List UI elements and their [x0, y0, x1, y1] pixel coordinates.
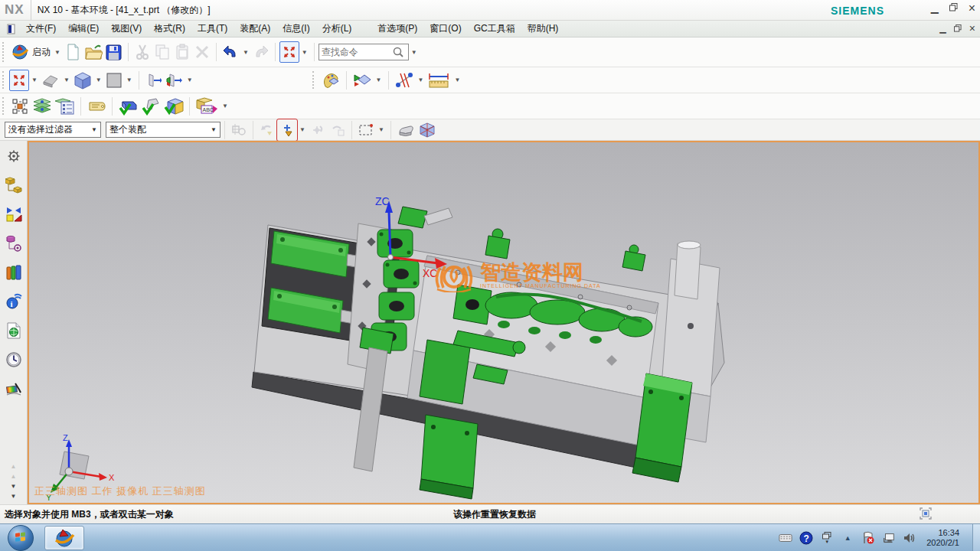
view-orientation-icon[interactable]	[40, 70, 61, 91]
search-input[interactable]	[322, 47, 392, 57]
show-hidden-icons[interactable]: ▲	[841, 531, 854, 545]
keyboard-tray-icon[interactable]	[779, 531, 792, 545]
toolbar-grip[interactable]	[2, 97, 6, 115]
roles-gear-icon[interactable]	[5, 147, 23, 165]
part-navigator-icon[interactable]	[5, 234, 23, 253]
drag-point-icon[interactable]	[328, 119, 348, 141]
paste-icon[interactable]	[172, 41, 192, 63]
scroll-down-icon[interactable]: ▼	[11, 483, 17, 490]
background-icon[interactable]	[104, 70, 124, 91]
menu-information[interactable]: 信息(I)	[276, 21, 315, 37]
fit-dropdown-arrow[interactable]: ▼	[302, 49, 308, 56]
marquee-select-icon[interactable]	[356, 119, 376, 141]
child-minimize-button[interactable]: ▁	[939, 24, 946, 34]
measure-dropdown[interactable]: ▼	[454, 77, 460, 83]
start-button[interactable]	[8, 525, 34, 551]
menu-gc-toolbox[interactable]: GC工具箱	[468, 21, 521, 37]
snap-point-active-icon[interactable]	[277, 119, 297, 141]
minimize-button[interactable]: ▁	[931, 3, 939, 13]
undo-dropdown-arrow[interactable]: ▼	[243, 49, 249, 56]
annotation-tag-icon[interactable]	[85, 96, 108, 117]
animation-dropdown[interactable]: ▼	[376, 77, 382, 83]
open-folder-icon[interactable]	[83, 41, 104, 63]
graphics-viewport[interactable]: ZC XC Z X Y	[28, 141, 980, 504]
layer-stack-icon[interactable]	[31, 96, 54, 117]
search-dropdown-arrow[interactable]: ▼	[411, 49, 417, 56]
fit-view-dropdown[interactable]: ▼	[31, 77, 38, 83]
new-file-icon[interactable]	[63, 41, 83, 63]
toolbar-grip[interactable]	[312, 71, 316, 89]
redo-icon[interactable]	[251, 41, 271, 63]
web-browser-icon[interactable]	[5, 321, 23, 340]
menu-assemblies[interactable]: 装配(A)	[234, 21, 276, 37]
child-close-button[interactable]: ×	[969, 24, 975, 34]
edit-section-icon[interactable]	[163, 70, 185, 91]
constraint-dim-icon[interactable]	[393, 70, 416, 91]
assembly-navigator-icon[interactable]	[5, 176, 23, 194]
rotate-point-icon[interactable]	[308, 119, 328, 141]
window-tray-icon[interactable]: ▼	[820, 531, 834, 545]
layer-settings-icon[interactable]	[54, 96, 77, 117]
menu-window[interactable]: 窗口(O)	[423, 21, 467, 37]
action-center-flag-icon[interactable]	[861, 531, 875, 545]
touch-palette-icon[interactable]	[5, 380, 23, 398]
marquee-dropdown[interactable]: ▼	[378, 126, 384, 133]
toolbar-grip[interactable]	[2, 42, 6, 63]
fit-view-icon[interactable]	[9, 70, 29, 91]
role-palette-icon[interactable]	[319, 70, 342, 91]
view-orientation-dropdown[interactable]: ▼	[64, 77, 70, 83]
snap-dropdown[interactable]: ▼	[299, 126, 305, 133]
check-block-icon[interactable]	[116, 96, 139, 117]
child-restore-button[interactable]	[954, 24, 962, 34]
measure-ruler-icon[interactable]	[426, 70, 452, 91]
start-menu-label[interactable]: 启动	[32, 46, 51, 59]
constraint-navigator-icon[interactable]	[5, 205, 23, 223]
menu-help[interactable]: 帮助(H)	[521, 21, 565, 37]
shaded-cube-icon[interactable]	[72, 70, 93, 91]
assembly-select-icon[interactable]	[229, 119, 249, 141]
section-dropdown[interactable]: ▼	[187, 77, 193, 83]
search-icon[interactable]	[392, 46, 404, 58]
shaded-cube-dropdown[interactable]: ▼	[96, 77, 102, 83]
animation-icon[interactable]	[351, 70, 374, 91]
history-icon[interactable]	[5, 350, 23, 369]
menu-format[interactable]: 格式(R)	[148, 21, 191, 37]
reuse-library-icon[interactable]	[5, 263, 23, 282]
start-dropdown-arrow[interactable]: ▼	[54, 49, 60, 56]
background-dropdown[interactable]: ▼	[126, 77, 132, 83]
system-clock[interactable]: 16:34 2020/2/1	[926, 528, 959, 548]
eraser-icon[interactable]	[395, 119, 416, 141]
cut-icon[interactable]	[132, 41, 152, 63]
cube-select-icon[interactable]	[416, 119, 438, 141]
snap-prev-icon[interactable]	[257, 119, 277, 141]
network-tray-icon[interactable]	[882, 531, 896, 545]
move-object-icon[interactable]	[9, 96, 31, 117]
check-cube-icon[interactable]	[162, 96, 185, 117]
close-button[interactable]: ×	[969, 3, 975, 13]
volume-tray-icon[interactable]	[903, 531, 916, 545]
abc-dropdown[interactable]: ▼	[222, 103, 228, 109]
toolbar-grip[interactable]	[2, 71, 6, 89]
constraint-dropdown[interactable]: ▼	[418, 77, 424, 83]
save-icon[interactable]	[104, 41, 124, 63]
check-tool-icon[interactable]	[139, 96, 162, 117]
menu-tools[interactable]: 工具(T)	[191, 21, 234, 37]
clip-plane-icon[interactable]	[143, 70, 163, 91]
selection-filter-combo[interactable]: 没有选择过滤器 ▼	[5, 122, 101, 138]
help-tray-icon[interactable]: ?	[799, 531, 813, 545]
menu-view[interactable]: 视图(V)	[105, 21, 148, 37]
model-3d[interactable]: ZC XC Z X Y	[29, 142, 978, 503]
menu-preferences[interactable]: 首选项(P)	[371, 21, 423, 37]
fit-window-icon[interactable]	[279, 41, 299, 63]
nx-globe-icon[interactable]	[9, 41, 31, 63]
window-mode-icon[interactable]	[919, 507, 933, 520]
selection-scope-combo[interactable]: 整个装配 ▼	[106, 122, 220, 138]
menu-analysis[interactable]: 分析(L)	[316, 21, 358, 37]
internet-info-icon[interactable]: i	[5, 292, 23, 311]
copy-icon[interactable]	[152, 41, 172, 63]
scroll-down-icon[interactable]: ▼	[11, 493, 17, 500]
menu-edit[interactable]: 编辑(E)	[62, 21, 105, 37]
restore-button[interactable]	[949, 3, 958, 13]
menu-file[interactable]: 文件(F)	[20, 21, 62, 37]
show-desktop-button[interactable]	[972, 524, 980, 551]
